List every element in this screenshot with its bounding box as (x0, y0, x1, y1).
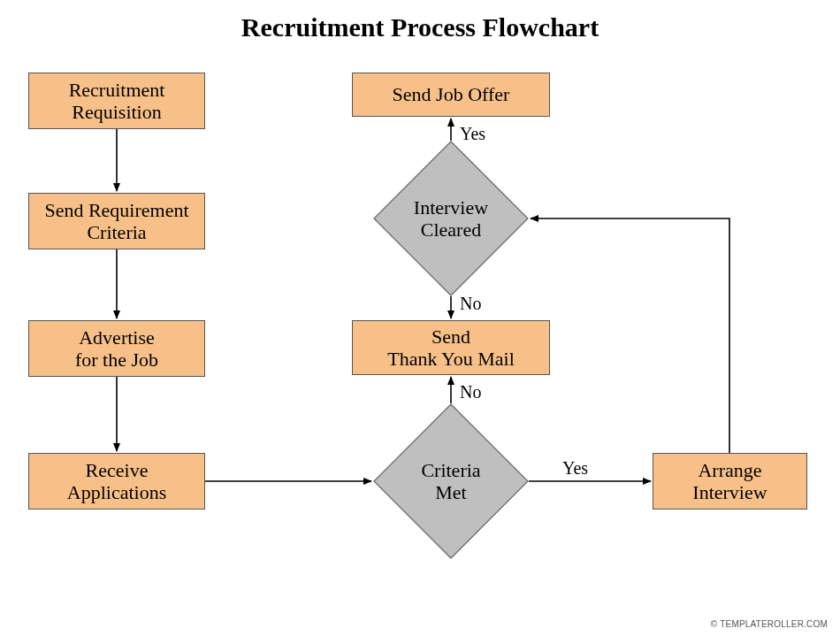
diamond-label: CriteriaMet (396, 426, 506, 536)
node-arrange-interview: ArrangeInterview (653, 453, 807, 510)
footer-credit: © TEMPLATEROLLER.COM (711, 619, 828, 629)
node-advertise: Advertisefor the Job (28, 320, 205, 377)
chart-title: Recruitment Process Flowchart (0, 12, 840, 42)
edge-label-criteria-no: No (460, 382, 481, 402)
edge-label-interview-no: No (460, 294, 481, 314)
node-criteria-met: CriteriaMet (396, 426, 506, 536)
node-send-offer: Send Job Offer (352, 73, 550, 117)
diamond-label: InterviewCleared (396, 164, 506, 273)
flowchart-canvas: Recruitment Process Flowchart Recruitmen… (0, 0, 840, 636)
node-requisition: RecruitmentRequisition (28, 73, 205, 129)
edge-label-criteria-yes: Yes (562, 458, 588, 479)
node-receive-apps: ReceiveApplications (28, 453, 205, 510)
node-thank-you: SendThank You Mail (352, 320, 550, 375)
node-send-criteria: Send RequirementCriteria (28, 193, 205, 249)
edge-label-interview-yes: Yes (460, 124, 485, 144)
node-interview-cleared: InterviewCleared (396, 164, 506, 273)
